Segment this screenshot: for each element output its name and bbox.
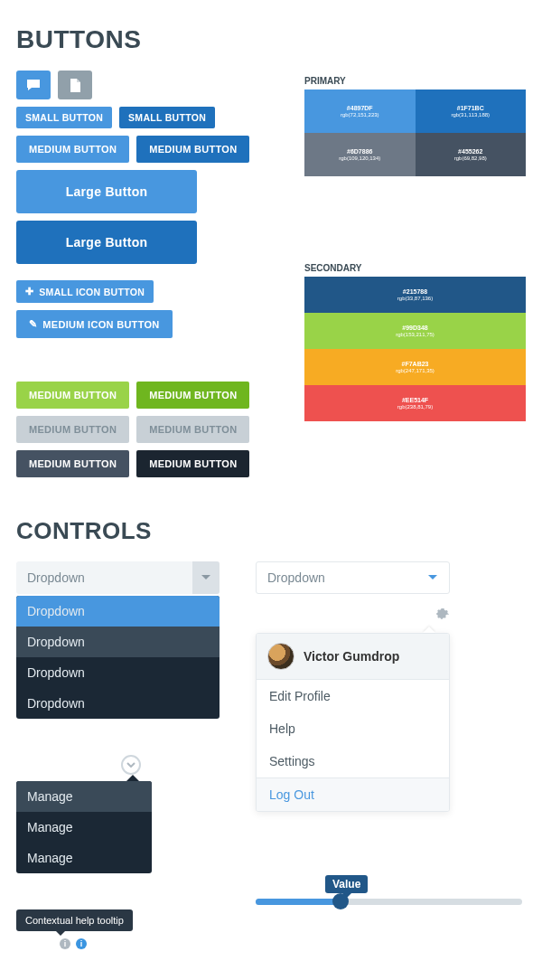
medium-button[interactable]: MEDIUM BUTTON (16, 136, 129, 163)
manage-menu: Manage Manage Manage (16, 781, 152, 873)
document-icon-button[interactable] (58, 71, 92, 99)
dropdown-item[interactable]: Dropdown (16, 688, 220, 719)
swatch: #455262rgb(69,82,98) (416, 133, 527, 176)
slider-track (256, 899, 522, 905)
dropdown-collapsed[interactable]: Dropdown (256, 561, 450, 594)
chevron-down-icon (192, 561, 220, 594)
tooltip: Contextual help tooltip (16, 909, 133, 931)
medium-icon-button-label: MEDIUM ICON BUTTON (42, 319, 159, 330)
chevron-down-icon (427, 574, 438, 581)
slider-thumb[interactable] (332, 893, 349, 909)
slider[interactable]: Value (256, 899, 522, 905)
info-icon-active[interactable]: i (76, 938, 87, 949)
medium-button-softgray-alt[interactable]: MEDIUM BUTTON (136, 416, 249, 443)
small-button[interactable]: SMALL BUTTON (16, 107, 112, 128)
large-button[interactable]: Large Button (16, 170, 197, 213)
dropdown-item[interactable]: Dropdown (16, 657, 220, 688)
medium-button-softgray[interactable]: MEDIUM BUTTON (16, 416, 129, 443)
pencil-icon: ✎ (29, 318, 37, 330)
primary-palette: #4897DFrgb(72,151,223) #1F71BCrgb(31,113… (304, 90, 526, 176)
user-menu-settings[interactable]: Settings (257, 745, 449, 777)
medium-button-alt[interactable]: MEDIUM BUTTON (136, 136, 249, 163)
large-button-alt[interactable]: Large Button (16, 221, 197, 264)
popover-arrow (423, 627, 435, 633)
comment-icon-button[interactable] (16, 71, 51, 99)
document-icon (70, 79, 80, 92)
user-menu-logout[interactable]: Log Out (257, 777, 449, 811)
gear-icon[interactable] (256, 607, 450, 621)
small-icon-button[interactable]: ✚ SMALL ICON BUTTON (16, 280, 154, 303)
medium-button-green-alt[interactable]: MEDIUM BUTTON (136, 382, 249, 409)
secondary-palette-label: SECONDARY (304, 263, 526, 273)
medium-button-dark[interactable]: MEDIUM BUTTON (16, 450, 129, 477)
small-icon-button-label: SMALL ICON BUTTON (39, 287, 145, 297)
manage-item[interactable]: Manage (16, 812, 152, 843)
swatch: #6D7886rgb(109,120,134) (304, 133, 416, 176)
info-icon[interactable]: i (60, 938, 70, 949)
dropdown-label: Dropdown (27, 570, 85, 585)
swatch: #215788rgb(33,87,136) (304, 277, 526, 313)
comment-icon (26, 79, 41, 91)
dropdown-item[interactable]: Dropdown (16, 596, 220, 627)
small-button-alt[interactable]: SMALL BUTTON (119, 107, 215, 128)
heading-buttons: BUTTONS (16, 25, 526, 54)
dropdown-menu: Dropdown Dropdown Dropdown Dropdown (16, 596, 220, 719)
plus-icon: ✚ (25, 286, 33, 297)
swatch: #1F71BCrgb(31,113,188) (416, 90, 527, 133)
chevron-down-icon (126, 762, 136, 768)
dropdown-label: Dropdown (267, 570, 325, 585)
user-menu-help[interactable]: Help (257, 712, 449, 745)
expand-toggle[interactable] (121, 755, 141, 775)
swatch: #4897DFrgb(72,151,223) (304, 90, 416, 133)
swatch: #F7AB23rgb(247,171,35) (304, 349, 526, 385)
popover-arrow (126, 775, 139, 781)
user-menu-edit-profile[interactable]: Edit Profile (257, 680, 449, 712)
avatar (267, 643, 294, 670)
medium-button-black[interactable]: MEDIUM BUTTON (136, 450, 249, 477)
dropdown-expanded[interactable]: Dropdown (16, 561, 220, 594)
user-name: Victor Gumdrop (304, 649, 399, 664)
medium-button-green[interactable]: MEDIUM BUTTON (16, 382, 129, 409)
medium-icon-button[interactable]: ✎ MEDIUM ICON BUTTON (16, 310, 173, 338)
slider-value-badge: Value (325, 875, 368, 893)
primary-palette-label: PRIMARY (304, 76, 526, 86)
manage-item[interactable]: Manage (16, 843, 152, 873)
user-menu: Victor Gumdrop Edit Profile Help Setting… (256, 633, 450, 812)
heading-controls: CONTROLS (16, 517, 526, 545)
dropdown-item[interactable]: Dropdown (16, 627, 220, 657)
manage-item[interactable]: Manage (16, 781, 152, 812)
secondary-palette: #215788rgb(33,87,136) #99D348rgb(153,211… (304, 277, 526, 421)
swatch: #EE514Frgb(238,81,79) (304, 385, 526, 421)
slider-fill (256, 899, 341, 905)
swatch: #99D348rgb(153,211,75) (304, 313, 526, 349)
